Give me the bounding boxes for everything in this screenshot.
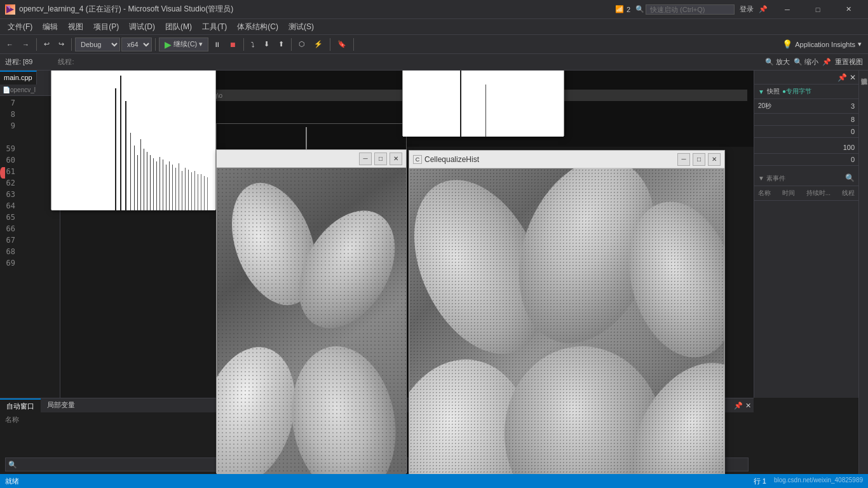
search-icon: 🔍: [635, 5, 644, 13]
minimize-button[interactable]: ─: [773, 0, 802, 19]
timer-section: ▼ 快照 ●专用字节: [754, 85, 858, 99]
sep4: [243, 38, 244, 51]
tab-local-vars[interactable]: 局部变量: [41, 398, 81, 412]
cellequalize-title-text: CellequalizeHist: [424, 155, 675, 164]
cell-close-btn[interactable]: ✕: [708, 153, 721, 166]
svg-rect-10: [147, 152, 147, 210]
toolbar2-right: 🔍 放大 🔍 缩小 📌 重置视图: [765, 57, 863, 67]
cell-texture: [409, 168, 724, 486]
step-into-btn[interactable]: ⬇: [260, 37, 273, 52]
sep6: [330, 38, 330, 51]
forward-button[interactable]: →: [18, 37, 33, 52]
menu-debug[interactable]: 调试(D): [124, 19, 160, 34]
exception-btn[interactable]: ⚡: [310, 37, 327, 52]
undo-button[interactable]: ↩: [40, 37, 53, 52]
panel-close-btn[interactable]: ✕: [745, 402, 751, 410]
unnamed-maximize-btn[interactable]: □: [374, 152, 387, 165]
unnamed-image: [217, 168, 406, 474]
step-out-btn[interactable]: ⬆: [275, 37, 288, 52]
tab-auto-window[interactable]: 自动窗口: [0, 398, 41, 412]
svg-rect-20: [179, 163, 179, 210]
menu-edit[interactable]: 编辑: [37, 19, 63, 34]
quick-snap-btn[interactable]: 📌: [822, 58, 831, 66]
reset-view-btn[interactable]: 重置视图: [835, 57, 863, 67]
bookmark-btn[interactable]: 🔖: [334, 37, 350, 52]
menu-view[interactable]: 视图: [63, 19, 88, 34]
svg-rect-2: [115, 88, 116, 210]
line-numbers: 789 59606162 63646566 676869: [0, 96, 18, 269]
status-right: 行 1 blog.csdn.net/weixin_40825989: [754, 477, 863, 486]
window-title: opencv_learning_4 (正在运行) - Microsoft Vis…: [19, 4, 615, 15]
panel-pin-btn[interactable]: 📌: [734, 402, 743, 410]
panel-header: 📌 ✕: [754, 71, 858, 85]
breakpoint-indicator: [0, 167, 5, 179]
cellequalize-window: C CellequalizeHist ─ □ ✕: [409, 150, 725, 485]
close-panel-btn[interactable]: ✕: [850, 73, 856, 82]
svg-rect-11: [150, 155, 151, 210]
menu-project[interactable]: 项目(P): [88, 19, 124, 34]
right-info-panel: 📌 ✕ ▼ 快照 ●专用字节 20秒 3 8 0 100 0 ▼: [754, 71, 858, 398]
step-over-btn[interactable]: ⤵: [247, 37, 259, 52]
platform-dropdown[interactable]: x64 x86: [121, 37, 152, 51]
continue-button[interactable]: ▶ 继续(C) ▾: [159, 37, 208, 51]
tab-maincpp[interactable]: main.cpp: [0, 71, 37, 85]
svg-rect-12: [153, 158, 154, 210]
value-8: 8: [754, 114, 858, 126]
svg-rect-5: [130, 133, 131, 210]
svg-rect-22: [185, 168, 186, 210]
quick-snap-section: ▼ 快照 ●专用字节: [758, 87, 811, 96]
wifi-indicator: 📶 2: [615, 5, 630, 13]
menu-test[interactable]: 测试(S): [283, 19, 319, 34]
unnamed-title-bar: ─ □ ✕: [217, 150, 406, 168]
login-btn[interactable]: 登录: [740, 4, 754, 14]
svg-rect-28: [204, 176, 205, 210]
application-insights-section: 💡 Application Insights ▾: [778, 38, 865, 50]
quick-launch-box[interactable]: 🔍: [635, 4, 735, 15]
right-deco-panel: 诊计测试错误插源: [858, 71, 868, 474]
watermark: blog.csdn.net/weixin_40825989: [774, 477, 863, 486]
ai-icon: 💡: [782, 39, 792, 49]
zoom-out-btn[interactable]: 🔍 缩小: [794, 57, 818, 67]
progress-area: 进程: [89 线程: 🔍 放大 🔍 缩小 📌 重置视图: [0, 54, 868, 71]
value-0b: 0: [754, 154, 858, 166]
cell-minimize-btn[interactable]: ─: [677, 153, 690, 166]
events-search-btn[interactable]: 🔍: [845, 173, 855, 182]
svg-rect-29: [207, 177, 208, 210]
unnamed-close-btn[interactable]: ✕: [390, 152, 402, 165]
svg-rect-19: [175, 168, 176, 210]
config-dropdown[interactable]: Debug Release: [75, 37, 120, 51]
zoom-in-btn[interactable]: 🔍 放大: [765, 57, 790, 67]
svg-rect-6: [134, 146, 135, 210]
stop-button[interactable]: ⏹: [226, 37, 240, 52]
pin-panel-btn[interactable]: 📌: [837, 73, 847, 82]
events-columns: 名称 时间 持续时... 线程: [754, 186, 858, 201]
cell-maximize-btn[interactable]: □: [693, 153, 705, 166]
status-text: 就绪: [5, 477, 19, 486]
menu-architecture[interactable]: 体系结构(C): [232, 19, 283, 34]
application-insights-button[interactable]: 💡 Application Insights ▾: [778, 38, 865, 50]
unnamed-minimize-btn[interactable]: ─: [359, 152, 372, 165]
cellequalize-title-bar: C CellequalizeHist ─ □ ✕: [409, 151, 724, 168]
breakpoints-btn[interactable]: ⬡: [295, 37, 309, 52]
close-button[interactable]: ✕: [834, 0, 863, 19]
quick-launch-input[interactable]: [646, 4, 735, 15]
svg-rect-9: [144, 149, 144, 210]
pin-icon: 📌: [759, 5, 768, 13]
redo-button[interactable]: ↪: [55, 37, 68, 52]
maximize-button[interactable]: □: [803, 0, 832, 19]
svg-rect-31: [485, 85, 486, 137]
quick-label: 快照: [767, 87, 780, 96]
menu-file[interactable]: 文件(F): [3, 19, 37, 34]
menu-team[interactable]: 团队(M): [160, 19, 197, 34]
svg-rect-21: [182, 171, 182, 210]
title-bar: opencv_learning_4 (正在运行) - Microsoft Vis…: [0, 0, 868, 19]
svg-rect-3: [120, 76, 121, 210]
pause-button[interactable]: ⏸: [210, 37, 224, 52]
ai-dropdown-arrow: ▾: [858, 40, 862, 48]
svg-rect-23: [188, 170, 189, 210]
svg-rect-16: [166, 165, 166, 210]
sep2: [71, 38, 72, 51]
svg-rect-18: [172, 165, 173, 210]
back-button[interactable]: ←: [3, 37, 17, 52]
menu-tools[interactable]: 工具(T): [197, 19, 232, 34]
